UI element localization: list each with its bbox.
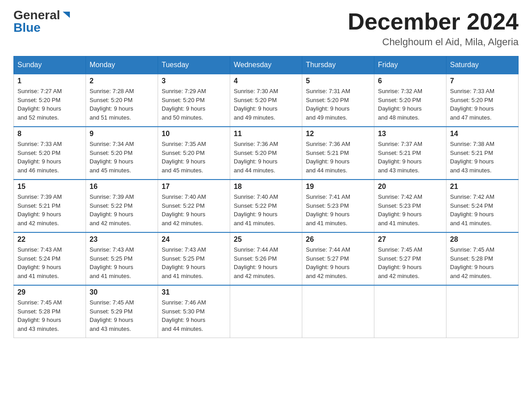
calendar-cell	[302, 285, 374, 338]
calendar-cell: 26 Sunrise: 7:44 AM Sunset: 5:27 PM Dayl…	[302, 232, 374, 285]
day-number: 20	[378, 183, 442, 191]
day-number: 13	[378, 130, 442, 138]
logo-blue-text: Blue	[13, 21, 41, 34]
day-number: 16	[90, 183, 154, 191]
weekday-header-tuesday: Tuesday	[158, 56, 230, 74]
logo: General Blue	[13, 9, 71, 34]
calendar-week-row: 1 Sunrise: 7:27 AM Sunset: 5:20 PM Dayli…	[14, 74, 519, 127]
logo-triangle-icon	[61, 10, 71, 20]
day-number: 17	[162, 183, 226, 191]
calendar-cell: 10 Sunrise: 7:35 AM Sunset: 5:20 PM Dayl…	[158, 127, 230, 180]
day-info: Sunrise: 7:39 AM Sunset: 5:21 PM Dayligh…	[17, 193, 82, 227]
day-number: 10	[162, 130, 226, 138]
day-number: 23	[90, 235, 154, 244]
calendar-cell	[374, 285, 446, 338]
calendar-cell: 30 Sunrise: 7:45 AM Sunset: 5:29 PM Dayl…	[86, 285, 158, 338]
day-info: Sunrise: 7:42 AM Sunset: 5:23 PM Dayligh…	[378, 193, 442, 227]
calendar-week-row: 15 Sunrise: 7:39 AM Sunset: 5:21 PM Dayl…	[14, 180, 519, 232]
calendar-cell	[230, 285, 302, 338]
day-info: Sunrise: 7:33 AM Sunset: 5:20 PM Dayligh…	[17, 140, 82, 175]
day-info: Sunrise: 7:44 AM Sunset: 5:27 PM Dayligh…	[306, 245, 370, 280]
calendar-cell: 17 Sunrise: 7:40 AM Sunset: 5:22 PM Dayl…	[158, 180, 230, 232]
calendar-cell: 4 Sunrise: 7:30 AM Sunset: 5:20 PM Dayli…	[230, 74, 302, 127]
day-number: 24	[162, 235, 226, 244]
svg-marker-0	[63, 12, 70, 18]
day-number: 3	[162, 77, 226, 85]
day-info: Sunrise: 7:38 AM Sunset: 5:21 PM Dayligh…	[450, 140, 515, 175]
weekday-header-sunday: Sunday	[14, 56, 86, 74]
calendar-cell: 24 Sunrise: 7:43 AM Sunset: 5:25 PM Dayl…	[158, 232, 230, 285]
day-number: 7	[450, 77, 515, 85]
day-info: Sunrise: 7:45 AM Sunset: 5:28 PM Dayligh…	[17, 298, 82, 333]
day-info: Sunrise: 7:36 AM Sunset: 5:20 PM Dayligh…	[234, 140, 298, 175]
day-info: Sunrise: 7:43 AM Sunset: 5:25 PM Dayligh…	[162, 245, 226, 280]
day-number: 8	[17, 130, 82, 138]
day-info: Sunrise: 7:45 AM Sunset: 5:29 PM Dayligh…	[90, 298, 154, 333]
day-info: Sunrise: 7:28 AM Sunset: 5:20 PM Dayligh…	[90, 87, 154, 122]
weekday-header-wednesday: Wednesday	[230, 56, 302, 74]
day-info: Sunrise: 7:27 AM Sunset: 5:20 PM Dayligh…	[17, 87, 82, 122]
weekday-header-friday: Friday	[374, 56, 446, 74]
calendar-cell: 11 Sunrise: 7:36 AM Sunset: 5:20 PM Dayl…	[230, 127, 302, 180]
day-number: 12	[306, 130, 370, 138]
day-number: 19	[306, 183, 370, 191]
calendar-cell: 2 Sunrise: 7:28 AM Sunset: 5:20 PM Dayli…	[86, 74, 158, 127]
calendar-cell: 21 Sunrise: 7:42 AM Sunset: 5:24 PM Dayl…	[446, 180, 519, 232]
calendar-cell: 22 Sunrise: 7:43 AM Sunset: 5:24 PM Dayl…	[14, 232, 86, 285]
title-area: December 2024 Chelghoum el Aid, Mila, Al…	[348, 9, 519, 48]
day-info: Sunrise: 7:45 AM Sunset: 5:27 PM Dayligh…	[378, 245, 442, 280]
day-info: Sunrise: 7:31 AM Sunset: 5:20 PM Dayligh…	[306, 87, 370, 122]
day-number: 28	[450, 235, 515, 244]
day-info: Sunrise: 7:30 AM Sunset: 5:20 PM Dayligh…	[234, 87, 298, 122]
day-number: 5	[306, 77, 370, 85]
month-title: December 2024	[348, 9, 519, 34]
calendar-cell: 20 Sunrise: 7:42 AM Sunset: 5:23 PM Dayl…	[374, 180, 446, 232]
calendar-cell: 1 Sunrise: 7:27 AM Sunset: 5:20 PM Dayli…	[14, 74, 86, 127]
calendar-week-row: 8 Sunrise: 7:33 AM Sunset: 5:20 PM Dayli…	[14, 127, 519, 180]
day-info: Sunrise: 7:43 AM Sunset: 5:25 PM Dayligh…	[90, 245, 154, 280]
day-info: Sunrise: 7:35 AM Sunset: 5:20 PM Dayligh…	[162, 140, 226, 175]
calendar-cell: 19 Sunrise: 7:41 AM Sunset: 5:23 PM Dayl…	[302, 180, 374, 232]
weekday-header-row: SundayMondayTuesdayWednesdayThursdayFrid…	[14, 56, 519, 74]
day-number: 31	[162, 288, 226, 296]
day-info: Sunrise: 7:34 AM Sunset: 5:20 PM Dayligh…	[90, 140, 154, 175]
day-number: 22	[17, 235, 82, 244]
calendar-cell: 27 Sunrise: 7:45 AM Sunset: 5:27 PM Dayl…	[374, 232, 446, 285]
calendar-cell: 8 Sunrise: 7:33 AM Sunset: 5:20 PM Dayli…	[14, 127, 86, 180]
day-number: 15	[17, 183, 82, 191]
day-info: Sunrise: 7:32 AM Sunset: 5:20 PM Dayligh…	[378, 87, 442, 122]
day-number: 21	[450, 183, 515, 191]
day-info: Sunrise: 7:33 AM Sunset: 5:20 PM Dayligh…	[450, 87, 515, 122]
calendar-cell: 25 Sunrise: 7:44 AM Sunset: 5:26 PM Dayl…	[230, 232, 302, 285]
day-number: 27	[378, 235, 442, 244]
day-info: Sunrise: 7:40 AM Sunset: 5:22 PM Dayligh…	[162, 193, 226, 227]
calendar-cell: 9 Sunrise: 7:34 AM Sunset: 5:20 PM Dayli…	[86, 127, 158, 180]
day-number: 30	[90, 288, 154, 296]
calendar-cell: 6 Sunrise: 7:32 AM Sunset: 5:20 PM Dayli…	[374, 74, 446, 127]
day-number: 1	[17, 77, 82, 85]
calendar-week-row: 29 Sunrise: 7:45 AM Sunset: 5:28 PM Dayl…	[14, 285, 519, 338]
calendar-cell: 18 Sunrise: 7:40 AM Sunset: 5:22 PM Dayl…	[230, 180, 302, 232]
calendar-cell: 23 Sunrise: 7:43 AM Sunset: 5:25 PM Dayl…	[86, 232, 158, 285]
day-number: 14	[450, 130, 515, 138]
calendar-cell: 16 Sunrise: 7:39 AM Sunset: 5:22 PM Dayl…	[86, 180, 158, 232]
calendar-week-row: 22 Sunrise: 7:43 AM Sunset: 5:24 PM Dayl…	[14, 232, 519, 285]
day-number: 29	[17, 288, 82, 296]
calendar-cell	[446, 285, 519, 338]
day-info: Sunrise: 7:29 AM Sunset: 5:20 PM Dayligh…	[162, 87, 226, 122]
weekday-header-monday: Monday	[86, 56, 158, 74]
weekday-header-saturday: Saturday	[446, 56, 519, 74]
calendar-cell: 12 Sunrise: 7:36 AM Sunset: 5:21 PM Dayl…	[302, 127, 374, 180]
calendar-cell: 15 Sunrise: 7:39 AM Sunset: 5:21 PM Dayl…	[14, 180, 86, 232]
day-info: Sunrise: 7:37 AM Sunset: 5:21 PM Dayligh…	[378, 140, 442, 175]
day-info: Sunrise: 7:45 AM Sunset: 5:28 PM Dayligh…	[450, 245, 515, 280]
calendar-cell: 7 Sunrise: 7:33 AM Sunset: 5:20 PM Dayli…	[446, 74, 519, 127]
logo-general-text: General	[13, 9, 60, 21]
calendar-cell: 3 Sunrise: 7:29 AM Sunset: 5:20 PM Dayli…	[158, 74, 230, 127]
day-number: 6	[378, 77, 442, 85]
day-info: Sunrise: 7:44 AM Sunset: 5:26 PM Dayligh…	[234, 245, 298, 280]
day-number: 2	[90, 77, 154, 85]
day-number: 25	[234, 235, 298, 244]
calendar-table: SundayMondayTuesdayWednesdayThursdayFrid…	[13, 56, 519, 338]
day-info: Sunrise: 7:43 AM Sunset: 5:24 PM Dayligh…	[17, 245, 82, 280]
